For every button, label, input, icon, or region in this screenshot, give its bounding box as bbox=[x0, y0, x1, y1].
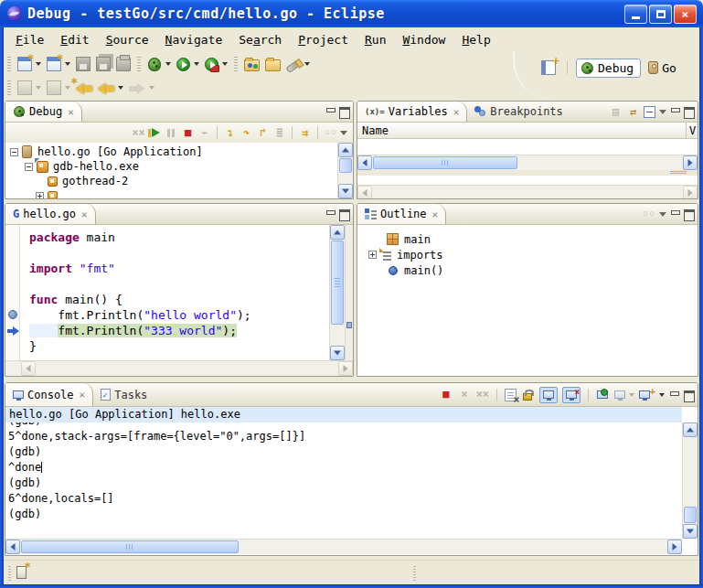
save-all-button[interactable] bbox=[93, 53, 113, 75]
maximize-view-button[interactable] bbox=[339, 209, 349, 219]
tab-hello-go[interactable]: G hello.go ✕ bbox=[5, 204, 96, 224]
open-resource-button[interactable] bbox=[241, 53, 262, 75]
disconnect-button[interactable]: ⌁ bbox=[197, 126, 211, 140]
terminate-button[interactable]: ■ bbox=[439, 388, 453, 401]
annotation-ruler[interactable] bbox=[5, 225, 20, 360]
new-menu-button[interactable] bbox=[44, 53, 73, 75]
save-button[interactable] bbox=[73, 53, 93, 75]
scroll-thumb[interactable] bbox=[339, 158, 352, 173]
step-over-button[interactable]: ↷ bbox=[240, 126, 253, 140]
scroll-thumb[interactable] bbox=[373, 156, 517, 169]
tab-console[interactable]: Console ✕ bbox=[5, 383, 93, 406]
scroll-right-button[interactable] bbox=[667, 540, 682, 554]
minimize-view-button[interactable] bbox=[670, 209, 680, 219]
debug-view-extra-button[interactable]: ◦◦ bbox=[324, 126, 337, 140]
last-edit-location-button[interactable] bbox=[73, 77, 95, 99]
scroll-right-button[interactable] bbox=[683, 155, 698, 170]
close-icon[interactable]: ✕ bbox=[453, 106, 460, 118]
tab-variables[interactable]: (x)= Variables ✕ bbox=[357, 102, 467, 122]
menu-run[interactable]: Run bbox=[357, 30, 394, 49]
menu-navigate[interactable]: Navigate bbox=[157, 30, 231, 49]
maximize-view-button[interactable] bbox=[339, 107, 349, 116]
toolbar-drag-handle[interactable] bbox=[137, 57, 141, 71]
scroll-left-button[interactable] bbox=[21, 361, 36, 376]
previous-annotation-button[interactable] bbox=[44, 77, 73, 99]
menu-window[interactable]: Window bbox=[394, 30, 453, 49]
console-output[interactable]: (gdb) 5^done,stack-args=[frame={level="0… bbox=[5, 422, 682, 539]
close-icon[interactable]: ✕ bbox=[81, 208, 88, 220]
scroll-down-button[interactable] bbox=[683, 524, 698, 539]
open-perspective-button[interactable] bbox=[538, 57, 559, 79]
remove-all-terminated-button[interactable]: ×× bbox=[132, 126, 145, 140]
scroll-thumb[interactable] bbox=[21, 540, 239, 553]
menu-project[interactable]: Project bbox=[290, 30, 357, 49]
maximize-view-button[interactable] bbox=[684, 107, 694, 116]
perspective-debug-button[interactable]: Debug bbox=[576, 59, 641, 78]
overview-ruler[interactable] bbox=[345, 225, 353, 360]
show-type-names-button[interactable]: ▤ bbox=[609, 105, 623, 119]
forward-button[interactable] bbox=[126, 77, 157, 99]
scroll-left-button[interactable] bbox=[357, 186, 372, 199]
scroll-down-button[interactable] bbox=[330, 346, 345, 360]
scroll-left-button[interactable] bbox=[357, 155, 372, 170]
menu-edit[interactable]: Edit bbox=[52, 30, 97, 49]
suspend-button[interactable] bbox=[165, 126, 178, 140]
close-button[interactable]: × bbox=[674, 5, 697, 24]
minimize-view-button[interactable] bbox=[670, 107, 680, 116]
debug-vertical-scrollbar[interactable] bbox=[337, 143, 353, 198]
step-into-button[interactable]: ↴ bbox=[223, 126, 237, 140]
console-vertical-scrollbar[interactable] bbox=[682, 422, 698, 539]
clear-console-button[interactable] bbox=[505, 389, 517, 401]
view-menu-icon[interactable] bbox=[659, 110, 666, 114]
print-button[interactable] bbox=[113, 53, 133, 75]
expand-expander-icon[interactable] bbox=[36, 192, 44, 199]
link-with-editor-button[interactable]: ◦◦ bbox=[642, 208, 655, 221]
view-menu-icon[interactable] bbox=[659, 212, 666, 217]
back-button[interactable] bbox=[95, 77, 126, 99]
next-annotation-button[interactable] bbox=[15, 77, 44, 99]
outline-item-package[interactable]: main bbox=[357, 231, 698, 247]
menu-help[interactable]: Help bbox=[453, 30, 498, 49]
resume-button[interactable] bbox=[148, 126, 162, 140]
drop-to-frame-button[interactable]: ≣ bbox=[272, 126, 286, 140]
variables-detail-pane[interactable] bbox=[357, 176, 698, 185]
tab-outline[interactable]: Outline ✕ bbox=[357, 204, 446, 224]
open-console-button[interactable]: + bbox=[639, 384, 665, 406]
toolbar-drag-handle[interactable] bbox=[7, 80, 11, 95]
close-icon[interactable]: ✕ bbox=[68, 106, 74, 118]
display-selected-console-button[interactable] bbox=[614, 384, 634, 406]
search-button[interactable] bbox=[283, 53, 313, 75]
debug-tree-row[interactable]: hello.go [Go Application] bbox=[5, 144, 337, 159]
perspective-go-button[interactable]: Go bbox=[646, 59, 678, 77]
remove-all-terminated-button[interactable]: ×× bbox=[475, 388, 489, 401]
step-return-button[interactable]: ↱ bbox=[256, 126, 270, 140]
menu-file[interactable]: File bbox=[7, 30, 52, 49]
debug-tree-row[interactable]: gothread-2 bbox=[5, 174, 337, 188]
external-tools-button[interactable] bbox=[202, 53, 230, 75]
maximize-view-button[interactable] bbox=[684, 390, 694, 400]
tab-breakpoints[interactable]: Breakpoints bbox=[467, 102, 570, 122]
scroll-down-button[interactable] bbox=[338, 184, 353, 198]
outline-item-imports[interactable]: imports bbox=[357, 247, 698, 262]
scroll-up-button[interactable] bbox=[683, 422, 698, 437]
minimize-view-button[interactable] bbox=[325, 209, 336, 219]
tab-debug[interactable]: Debug ✕ bbox=[5, 102, 82, 122]
overview-annotation-mark[interactable] bbox=[346, 322, 352, 328]
terminate-button[interactable]: ■ bbox=[181, 126, 195, 140]
breakpoint-icon[interactable] bbox=[8, 310, 17, 319]
code-area[interactable]: package main import "fmt" func main() { … bbox=[21, 225, 329, 360]
editor-vertical-scrollbar[interactable] bbox=[329, 225, 345, 360]
fast-view-tray-icon[interactable] bbox=[16, 566, 27, 579]
debug-tree-row[interactable]: gdb-hello.exe bbox=[5, 159, 337, 174]
detail-horizontal-scrollbar[interactable] bbox=[357, 185, 698, 199]
collapse-all-button[interactable] bbox=[644, 106, 655, 118]
view-menu-icon[interactable] bbox=[340, 131, 347, 135]
debug-tree-row[interactable] bbox=[5, 188, 337, 198]
show-logical-structure-button[interactable]: ⇄ bbox=[626, 105, 640, 119]
scroll-thumb[interactable] bbox=[684, 507, 697, 523]
statusbar-drag-handle[interactable] bbox=[413, 566, 416, 581]
minimize-view-button[interactable] bbox=[325, 107, 336, 116]
close-icon[interactable]: ✕ bbox=[80, 389, 86, 401]
tab-tasks[interactable]: ✓ Tasks bbox=[93, 383, 154, 406]
maximize-view-button[interactable] bbox=[684, 209, 694, 219]
